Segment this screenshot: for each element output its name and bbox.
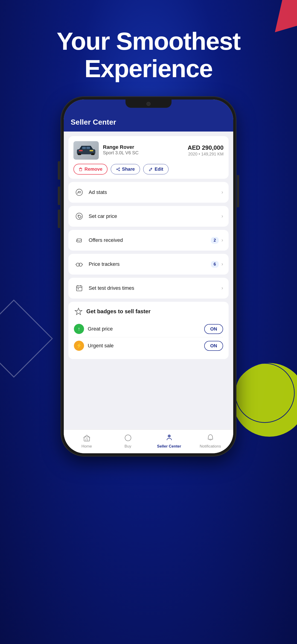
- car-model: Sport 3.0L V6 SC: [103, 150, 138, 156]
- badges-card: Get badges to sell faster ↑ Great price …: [68, 302, 228, 359]
- svg-rect-3: [91, 153, 95, 155]
- price-trackers-icon: [74, 259, 84, 270]
- price-trackers-label: Price trackers: [89, 261, 211, 267]
- set-car-price-icon: [74, 211, 84, 222]
- badges-title: Get badges to sell faster: [86, 308, 150, 315]
- nav-notifications-label: Notifications: [200, 444, 221, 449]
- nav-seller-center[interactable]: Seller Center: [148, 433, 190, 449]
- set-car-price-item[interactable]: Set car price ›: [68, 206, 228, 227]
- phone-wrapper: Seller Center: [61, 97, 236, 456]
- badges-title-row: Get badges to sell faster: [74, 307, 223, 316]
- great-price-row: ↑ Great price ON: [74, 320, 223, 337]
- ad-stats-card[interactable]: Ad stats ›: [68, 182, 228, 203]
- svg-rect-11: [80, 168, 81, 168]
- svg-rect-7: [90, 150, 93, 151]
- great-price-icon: ↑: [74, 324, 84, 334]
- great-price-name: Great price: [88, 326, 204, 332]
- set-car-price-chevron: ›: [222, 213, 223, 219]
- buy-icon: [123, 433, 133, 443]
- svg-rect-1: [78, 153, 81, 155]
- car-meta: 2020 • 149,291 KM: [188, 152, 224, 156]
- nav-buy-label: Buy: [124, 444, 131, 449]
- test-drives-icon: [74, 283, 84, 294]
- svg-rect-8: [79, 150, 83, 151]
- svg-point-13: [116, 169, 118, 170]
- ad-stats-label: Ad stats: [89, 189, 222, 195]
- home-icon: [82, 433, 92, 443]
- test-drives-card[interactable]: Set test drives times ›: [68, 278, 228, 298]
- car-name: Range Rover: [103, 144, 138, 150]
- svg-rect-5: [82, 147, 86, 149]
- edit-button[interactable]: Edit: [143, 164, 168, 174]
- car-info-row: Range Rover Sport 3.0L V6 SC AED 290,000…: [74, 141, 224, 160]
- svg-rect-34: [84, 437, 90, 441]
- hero-text: Your Smoothest Experience: [0, 28, 297, 82]
- remove-button[interactable]: Remove: [74, 164, 108, 174]
- nav-home-label: Home: [82, 444, 92, 449]
- app-header: Seller Center: [64, 114, 233, 132]
- hero-line1: Your Smoothest: [57, 27, 240, 55]
- svg-point-21: [76, 213, 82, 220]
- share-button[interactable]: Share: [111, 164, 140, 174]
- offers-received-item[interactable]: Offers received 2 ›: [68, 230, 228, 250]
- price-trackers-item[interactable]: Price trackers 6 ›: [68, 254, 228, 274]
- deco-top-right: [260, 0, 297, 32]
- bell-icon: [206, 434, 214, 442]
- offers-icon: [75, 236, 83, 244]
- svg-line-15: [118, 168, 119, 169]
- set-car-price-card[interactable]: Set car price ›: [68, 206, 228, 227]
- deco-left-diamond: [0, 300, 53, 378]
- calendar-icon: [75, 284, 83, 292]
- car-image: [74, 141, 99, 160]
- svg-rect-35: [86, 439, 88, 441]
- badge-icon: [74, 307, 83, 316]
- speedometer-icon: [75, 188, 83, 196]
- svg-point-14: [119, 170, 120, 171]
- svg-line-16: [118, 170, 119, 170]
- urgent-sale-toggle[interactable]: ON: [204, 341, 223, 351]
- notch-bar: [64, 100, 233, 114]
- svg-point-22: [78, 216, 79, 216]
- great-price-toggle[interactable]: ON: [204, 324, 223, 334]
- notch: [126, 100, 172, 108]
- trash-icon: [78, 167, 83, 171]
- svg-rect-29: [76, 286, 82, 291]
- badge-title-icon: [74, 307, 83, 316]
- price-trackers-chevron: ›: [222, 261, 223, 267]
- offers-received-badge: 2: [211, 237, 219, 244]
- svg-point-36: [125, 435, 131, 441]
- test-drives-chevron: ›: [222, 285, 223, 291]
- nav-home[interactable]: Home: [66, 433, 107, 449]
- offers-received-chevron: ›: [222, 237, 223, 243]
- nav-notifications[interactable]: Notifications: [190, 433, 231, 449]
- notch-camera: [146, 102, 150, 106]
- nav-seller-center-label: Seller Center: [157, 444, 181, 449]
- app-header-title: Seller Center: [71, 118, 226, 126]
- edit-icon: [148, 167, 153, 171]
- urgent-sale-icon: ⚡: [74, 341, 84, 351]
- tag-icon: [75, 212, 83, 220]
- nav-buy[interactable]: Buy: [107, 433, 148, 449]
- home-nav-icon: [83, 434, 91, 442]
- glasses-icon: [75, 260, 83, 268]
- offers-received-icon: [74, 235, 84, 246]
- hero-line2: Experience: [84, 54, 212, 82]
- bottom-nav: Home Buy: [64, 430, 233, 453]
- ad-stats-item[interactable]: Ad stats ›: [68, 182, 228, 203]
- car-image-placeholder: [74, 141, 99, 160]
- svg-line-17: [149, 171, 150, 171]
- offers-received-card[interactable]: Offers received 2 ›: [68, 230, 228, 250]
- test-drives-item[interactable]: Set test drives times ›: [68, 278, 228, 298]
- car-illustration: [76, 144, 96, 157]
- svg-rect-6: [86, 147, 90, 149]
- phone-shell: Seller Center: [61, 97, 236, 456]
- price-trackers-card[interactable]: Price trackers 6 ›: [68, 254, 228, 274]
- car-card: Range Rover Sport 3.0L V6 SC AED 290,000…: [68, 136, 228, 179]
- notifications-icon: [206, 433, 215, 443]
- deco-right-circle-inner: [235, 363, 295, 423]
- price-trackers-badge: 6: [211, 261, 219, 268]
- buy-nav-icon: [124, 434, 132, 442]
- svg-rect-33: [78, 288, 79, 289]
- svg-rect-9: [80, 168, 82, 171]
- offers-received-label: Offers received: [89, 237, 211, 243]
